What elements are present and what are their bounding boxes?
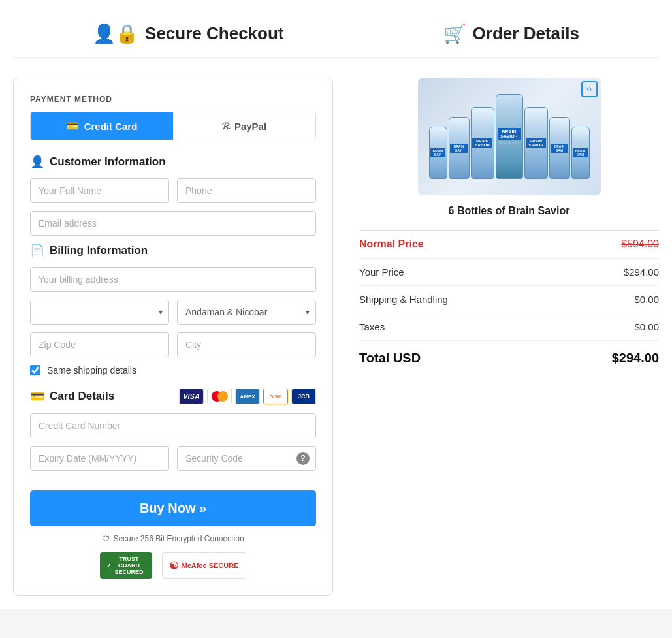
email-input[interactable]	[30, 211, 316, 236]
city-input[interactable]	[177, 332, 316, 357]
total-value: $294.00	[612, 351, 659, 366]
region-row: United States India United Kingdom Andam…	[30, 300, 316, 325]
payment-method-label: PAYMENT METHOD	[30, 95, 316, 104]
checkout-title: Secure Checkout	[145, 24, 283, 44]
phone-input[interactable]	[177, 178, 316, 203]
customer-icon: 👤	[30, 155, 44, 169]
page-wrapper: 👤🔒 Secure Checkout 🛒 Order Details PAYME…	[0, 0, 672, 609]
same-shipping-label: Same shipping details	[47, 365, 136, 375]
card-icon: 💳	[30, 389, 44, 404]
bottle-3: BRAIN SAVIOR	[471, 107, 494, 179]
secure-note: 🛡 Secure 256 Bit Encrypted Connection	[30, 534, 316, 543]
card-section-title: 💳 Card Details	[30, 389, 114, 404]
credit-card-label: Credit Card	[84, 121, 138, 132]
expiry-input[interactable]	[30, 446, 169, 471]
zip-city-row	[30, 332, 316, 357]
your-price-value: $294.00	[624, 266, 659, 278]
expiry-field	[30, 446, 169, 471]
bottle-7: BRAIN SAVI	[571, 127, 590, 179]
normal-price-label: Normal Price	[359, 238, 424, 250]
taxes-line: Taxes $0.00	[359, 313, 659, 341]
trust-badges: ✓ TRUST GUARD SECURED ☯ McAfee SECURE	[30, 552, 316, 579]
region-select[interactable]: Andaman & Nicobar Maharashtra Delhi	[177, 300, 316, 325]
product-image-wrapper: ⊙ BRAIN SAVI BRAIN SAVI BRAIN SAVIOR	[359, 78, 659, 195]
shipping-line: Shipping & Handling $0.00	[359, 286, 659, 313]
your-price-line: Your Price $294.00	[359, 259, 659, 286]
main-content: PAYMENT METHOD 💳 Credit Card 𝓡 PayPal 👤 …	[13, 78, 659, 596]
visa-icon: VISA	[179, 389, 204, 404]
checkout-header: 👤🔒 Secure Checkout	[93, 23, 283, 44]
your-price-label: Your Price	[359, 266, 404, 278]
taxes-value: $0.00	[634, 321, 659, 332]
region-select-wrapper: Andaman & Nicobar Maharashtra Delhi	[177, 300, 316, 325]
customer-section-title: 👤 Customer Information	[30, 155, 316, 169]
credit-card-icon: 💳	[67, 120, 79, 132]
trust-guard-icon: ✓	[106, 562, 112, 569]
taxes-label: Taxes	[359, 321, 385, 332]
product-title: 6 Bottles of Brain Savior	[359, 205, 659, 217]
bottle-4-main: BRAIN SAVIOR MIND BOOST	[496, 94, 523, 179]
same-shipping-checkbox[interactable]	[30, 365, 40, 375]
cart-icon: 🛒	[443, 23, 466, 44]
expiry-security-row: ?	[30, 446, 316, 471]
billing-icon: 📄	[30, 244, 44, 258]
paypal-tab[interactable]: 𝓡 PayPal	[173, 112, 315, 140]
bottle-1: BRAIN SAVI	[429, 127, 447, 179]
mcafee-badge: ☯ McAfee SECURE	[162, 552, 246, 579]
buy-now-button[interactable]: Buy Now »	[30, 490, 316, 526]
shipping-label: Shipping & Handling	[359, 294, 448, 305]
shield-icon: 🛡	[102, 534, 110, 543]
card-icons: VISA AMEX DISC JCB	[179, 389, 316, 404]
page-header: 👤🔒 Secure Checkout 🛒 Order Details	[13, 13, 659, 58]
same-shipping-row: Same shipping details	[30, 365, 316, 375]
payment-tabs: 💳 Credit Card 𝓡 PayPal	[30, 112, 316, 140]
lock-icon: 👤🔒	[93, 23, 138, 44]
order-header: 🛒 Order Details	[443, 23, 579, 44]
total-line: Total USD $294.00	[359, 341, 659, 375]
paypal-icon: 𝓡	[222, 120, 229, 132]
help-icon[interactable]: ?	[296, 452, 310, 465]
phone-field	[177, 178, 316, 203]
name-input[interactable]	[30, 178, 169, 203]
country-select[interactable]: United States India United Kingdom	[30, 300, 169, 325]
name-phone-row	[30, 178, 316, 203]
mastercard-icon	[207, 389, 232, 404]
country-select-wrapper: United States India United Kingdom	[30, 300, 169, 325]
total-label: Total USD	[359, 351, 421, 366]
normal-price-line: Normal Price $594.00	[359, 231, 659, 259]
zip-input[interactable]	[30, 332, 169, 357]
scan-icon: ⊙	[581, 81, 598, 97]
security-input[interactable]	[177, 446, 316, 471]
checkout-form: PAYMENT METHOD 💳 Credit Card 𝓡 PayPal 👤 …	[13, 78, 333, 596]
credit-card-tab[interactable]: 💳 Credit Card	[31, 112, 173, 140]
zip-field	[30, 332, 169, 357]
bottle-2: BRAIN SAVI	[449, 117, 470, 179]
bottle-5: BRAIN SAVIOR	[524, 107, 548, 179]
security-field: ?	[177, 446, 316, 471]
card-number-input[interactable]	[30, 413, 316, 438]
card-details-header: 💳 Card Details VISA AMEX DISC JCB	[30, 389, 316, 404]
bottle-6: BRAIN SAVI	[549, 117, 570, 179]
billing-section-title: 📄 Billing Information	[30, 244, 316, 258]
jcb-icon: JCB	[291, 389, 316, 404]
paypal-label: PayPal	[234, 121, 266, 132]
discover-icon: DISC	[263, 389, 288, 404]
bottles-container: BRAIN SAVI BRAIN SAVI BRAIN SAVIOR BRAIN	[429, 94, 590, 179]
amex-icon: AMEX	[235, 389, 260, 404]
order-details-panel: ⊙ BRAIN SAVI BRAIN SAVI BRAIN SAVIOR	[359, 78, 659, 375]
product-image: ⊙ BRAIN SAVI BRAIN SAVI BRAIN SAVIOR	[418, 78, 601, 195]
address-input[interactable]	[30, 267, 316, 292]
normal-price-value: $594.00	[621, 238, 659, 250]
city-field	[177, 332, 316, 357]
mcafee-icon: ☯	[169, 560, 178, 572]
trust-guard-badge: ✓ TRUST GUARD SECURED	[100, 552, 152, 579]
order-title: Order Details	[473, 24, 579, 44]
name-field	[30, 178, 169, 203]
shipping-value: $0.00	[634, 294, 659, 305]
